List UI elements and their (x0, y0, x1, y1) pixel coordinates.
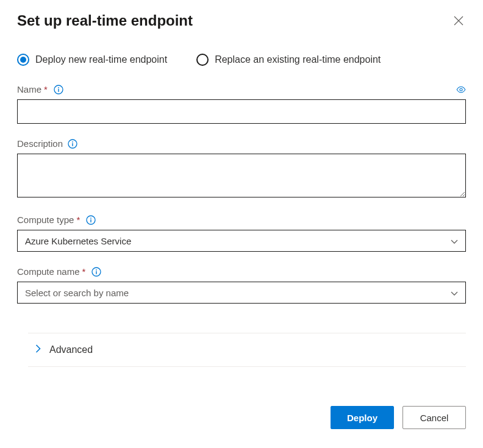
radio-replace-existing[interactable]: Replace an existing real-time endpoint (196, 54, 381, 66)
info-icon[interactable] (91, 267, 101, 277)
required-indicator: * (44, 84, 48, 94)
chevron-down-icon (451, 288, 458, 298)
svg-rect-2 (58, 88, 59, 91)
name-field-group: Name * (17, 84, 466, 124)
deploy-mode-radio-group: Deploy new real-time endpoint Replace an… (17, 54, 466, 66)
chevron-right-icon (35, 344, 41, 355)
info-icon[interactable] (54, 85, 63, 94)
name-label: Name (17, 84, 41, 94)
visibility-icon[interactable] (456, 85, 466, 94)
svg-point-3 (460, 88, 462, 90)
svg-rect-12 (96, 271, 97, 274)
advanced-toggle[interactable]: Advanced (28, 344, 466, 355)
description-label: Description (17, 138, 63, 149)
compute-name-field-group: Compute name * Select or search by name (17, 266, 466, 304)
compute-name-label: Compute name (17, 266, 80, 277)
compute-type-label-row: Compute type * (17, 215, 466, 225)
compute-type-value: Azure Kubernetes Service (25, 236, 131, 246)
svg-rect-6 (72, 143, 73, 146)
radio-deploy-new[interactable]: Deploy new real-time endpoint (17, 54, 167, 66)
cancel-button[interactable]: Cancel (402, 406, 466, 429)
compute-type-select[interactable]: Azure Kubernetes Service (17, 230, 466, 252)
svg-point-5 (72, 141, 73, 142)
svg-point-11 (96, 269, 98, 270)
dialog-header: Set up real-time endpoint (17, 12, 466, 29)
info-icon[interactable] (68, 139, 77, 149)
compute-type-label: Compute type (17, 215, 74, 225)
description-label-row: Description (17, 138, 466, 149)
svg-point-8 (90, 217, 91, 218)
description-textarea[interactable] (17, 154, 466, 197)
name-label-row: Name * (17, 84, 466, 94)
chevron-down-icon (451, 236, 458, 246)
compute-name-select[interactable]: Select or search by name (17, 282, 466, 304)
compute-name-label-row: Compute name * (17, 266, 466, 277)
close-icon (454, 16, 463, 26)
compute-name-placeholder: Select or search by name (25, 288, 129, 298)
description-field-group: Description (17, 138, 466, 200)
radio-replace-existing-label: Replace an existing real-time endpoint (215, 54, 381, 65)
info-icon[interactable] (86, 215, 96, 225)
svg-point-1 (58, 87, 59, 88)
radio-deploy-new-label: Deploy new real-time endpoint (35, 54, 167, 65)
close-button[interactable] (451, 13, 466, 28)
dialog-title: Set up real-time endpoint (17, 12, 193, 29)
compute-type-field-group: Compute type * Azure Kubernetes Service (17, 215, 466, 252)
advanced-label: Advanced (49, 344, 93, 355)
deploy-button[interactable]: Deploy (331, 406, 394, 429)
radio-selected-icon (17, 54, 29, 66)
required-indicator: * (76, 215, 80, 225)
advanced-section: Advanced (28, 333, 466, 367)
name-input[interactable] (17, 99, 466, 124)
radio-unselected-icon (196, 54, 209, 66)
required-indicator: * (82, 266, 86, 277)
svg-rect-9 (91, 219, 91, 222)
dialog-footer: Deploy Cancel (17, 406, 466, 429)
